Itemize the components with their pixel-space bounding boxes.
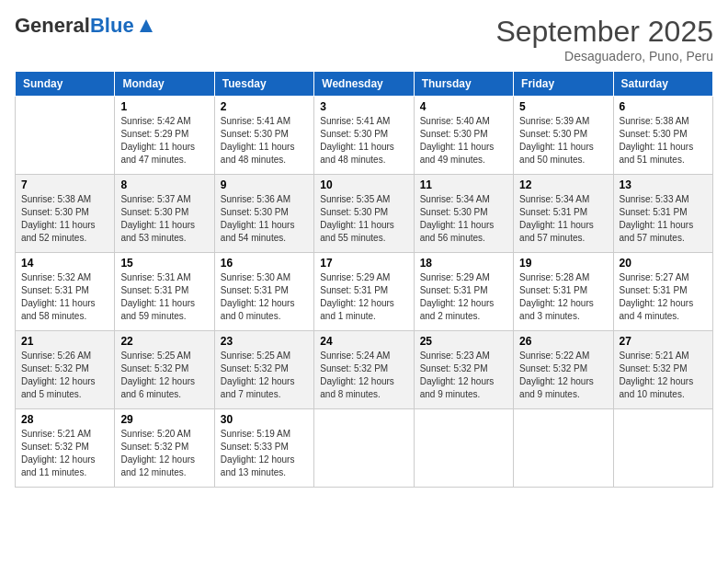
day-number: 12 [519, 178, 607, 191]
calendar-cell: 13Sunrise: 5:33 AM Sunset: 5:31 PM Dayli… [613, 175, 712, 253]
day-number: 22 [120, 335, 208, 348]
day-info: Sunrise: 5:28 AM Sunset: 5:31 PM Dayligh… [519, 271, 607, 323]
calendar-cell: 23Sunrise: 5:25 AM Sunset: 5:32 PM Dayli… [214, 331, 313, 409]
day-number: 20 [620, 257, 707, 270]
day-info: Sunrise: 5:31 AM Sunset: 5:31 PM Dayligh… [120, 271, 208, 323]
calendar-cell: 26Sunrise: 5:22 AM Sunset: 5:32 PM Dayli… [514, 331, 613, 409]
day-number: 19 [519, 257, 607, 270]
day-info: Sunrise: 5:23 AM Sunset: 5:32 PM Dayligh… [420, 350, 507, 401]
calendar-cell: 20Sunrise: 5:27 AM Sunset: 5:31 PM Dayli… [613, 253, 712, 331]
calendar-cell: 12Sunrise: 5:34 AM Sunset: 5:31 PM Dayli… [514, 175, 613, 253]
calendar-cell: 2Sunrise: 5:41 AM Sunset: 5:30 PM Daylig… [214, 97, 313, 175]
calendar-cell [414, 409, 513, 488]
day-info: Sunrise: 5:42 AM Sunset: 5:29 PM Dayligh… [120, 115, 208, 167]
calendar-cell: 4Sunrise: 5:40 AM Sunset: 5:30 PM Daylig… [414, 97, 513, 175]
calendar-cell: 8Sunrise: 5:37 AM Sunset: 5:30 PM Daylig… [115, 175, 214, 253]
day-number: 7 [21, 178, 108, 191]
day-number: 8 [120, 178, 208, 191]
calendar-cell: 11Sunrise: 5:34 AM Sunset: 5:30 PM Dayli… [414, 175, 513, 253]
day-info: Sunrise: 5:29 AM Sunset: 5:31 PM Dayligh… [320, 271, 407, 323]
day-info: Sunrise: 5:40 AM Sunset: 5:30 PM Dayligh… [420, 115, 507, 167]
weekday-header: Friday [514, 72, 613, 97]
day-info: Sunrise: 5:20 AM Sunset: 5:32 PM Dayligh… [120, 428, 208, 479]
calendar-cell: 10Sunrise: 5:35 AM Sunset: 5:30 PM Dayli… [314, 175, 414, 253]
day-info: Sunrise: 5:41 AM Sunset: 5:30 PM Dayligh… [320, 115, 407, 167]
day-info: Sunrise: 5:39 AM Sunset: 5:30 PM Dayligh… [519, 115, 607, 167]
weekday-header: Monday [115, 72, 214, 97]
weekday-header: Saturday [613, 72, 712, 97]
day-number: 25 [420, 335, 507, 348]
day-number: 16 [221, 257, 308, 270]
calendar-week-row: 1Sunrise: 5:42 AM Sunset: 5:29 PM Daylig… [16, 97, 713, 175]
calendar-week-row: 28Sunrise: 5:21 AM Sunset: 5:32 PM Dayli… [16, 409, 713, 488]
logo: GeneralBlue [15, 15, 156, 37]
day-info: Sunrise: 5:36 AM Sunset: 5:30 PM Dayligh… [221, 193, 308, 245]
day-info: Sunrise: 5:30 AM Sunset: 5:31 PM Dayligh… [221, 271, 308, 323]
calendar-cell: 19Sunrise: 5:28 AM Sunset: 5:31 PM Dayli… [514, 253, 613, 331]
day-number: 29 [120, 413, 208, 426]
calendar-cell: 3Sunrise: 5:41 AM Sunset: 5:30 PM Daylig… [314, 97, 414, 175]
calendar-cell: 21Sunrise: 5:26 AM Sunset: 5:32 PM Dayli… [16, 331, 115, 409]
calendar-cell [16, 97, 115, 175]
page-header: GeneralBlue September 2025 Desaguadero, … [15, 15, 713, 63]
calendar-cell: 30Sunrise: 5:19 AM Sunset: 5:33 PM Dayli… [214, 409, 313, 488]
weekday-header: Wednesday [314, 72, 414, 97]
logo-icon [136, 16, 156, 36]
day-info: Sunrise: 5:27 AM Sunset: 5:31 PM Dayligh… [620, 271, 707, 323]
calendar-cell: 22Sunrise: 5:25 AM Sunset: 5:32 PM Dayli… [115, 331, 214, 409]
day-info: Sunrise: 5:22 AM Sunset: 5:32 PM Dayligh… [519, 350, 607, 401]
day-info: Sunrise: 5:37 AM Sunset: 5:30 PM Dayligh… [120, 193, 208, 245]
calendar-cell: 27Sunrise: 5:21 AM Sunset: 5:32 PM Dayli… [613, 331, 712, 409]
weekday-header: Sunday [16, 72, 115, 97]
calendar-cell: 16Sunrise: 5:30 AM Sunset: 5:31 PM Dayli… [214, 253, 313, 331]
day-number: 13 [620, 178, 707, 191]
day-info: Sunrise: 5:32 AM Sunset: 5:31 PM Dayligh… [21, 271, 108, 323]
calendar-cell: 5Sunrise: 5:39 AM Sunset: 5:30 PM Daylig… [514, 97, 613, 175]
calendar-week-row: 14Sunrise: 5:32 AM Sunset: 5:31 PM Dayli… [16, 253, 713, 331]
day-number: 10 [320, 178, 407, 191]
day-number: 11 [420, 178, 507, 191]
day-info: Sunrise: 5:34 AM Sunset: 5:30 PM Dayligh… [420, 193, 507, 245]
calendar-cell [514, 409, 613, 488]
month-title: September 2025 [495, 15, 713, 49]
calendar-cell: 28Sunrise: 5:21 AM Sunset: 5:32 PM Dayli… [16, 409, 115, 488]
day-number: 1 [120, 100, 208, 113]
calendar-cell: 17Sunrise: 5:29 AM Sunset: 5:31 PM Dayli… [314, 253, 414, 331]
location: Desaguadero, Puno, Peru [495, 49, 713, 63]
day-info: Sunrise: 5:24 AM Sunset: 5:32 PM Dayligh… [320, 350, 407, 401]
calendar-cell: 9Sunrise: 5:36 AM Sunset: 5:30 PM Daylig… [214, 175, 313, 253]
calendar-cell: 29Sunrise: 5:20 AM Sunset: 5:32 PM Dayli… [115, 409, 214, 488]
calendar-cell: 6Sunrise: 5:38 AM Sunset: 5:30 PM Daylig… [613, 97, 712, 175]
day-number: 27 [620, 335, 707, 348]
day-number: 30 [221, 413, 308, 426]
day-number: 26 [519, 335, 607, 348]
day-number: 3 [320, 100, 407, 113]
day-info: Sunrise: 5:34 AM Sunset: 5:31 PM Dayligh… [519, 193, 607, 245]
logo-general: GeneralBlue [15, 15, 134, 37]
calendar-cell: 25Sunrise: 5:23 AM Sunset: 5:32 PM Dayli… [414, 331, 513, 409]
day-info: Sunrise: 5:29 AM Sunset: 5:31 PM Dayligh… [420, 271, 507, 323]
day-info: Sunrise: 5:19 AM Sunset: 5:33 PM Dayligh… [221, 428, 308, 479]
day-info: Sunrise: 5:41 AM Sunset: 5:30 PM Dayligh… [221, 115, 308, 167]
calendar-cell: 1Sunrise: 5:42 AM Sunset: 5:29 PM Daylig… [115, 97, 214, 175]
day-info: Sunrise: 5:25 AM Sunset: 5:32 PM Dayligh… [221, 350, 308, 401]
day-number: 24 [320, 335, 407, 348]
day-info: Sunrise: 5:26 AM Sunset: 5:32 PM Dayligh… [21, 350, 108, 401]
calendar-table: SundayMondayTuesdayWednesdayThursdayFrid… [15, 71, 713, 488]
day-number: 28 [21, 413, 108, 426]
day-number: 2 [221, 100, 308, 113]
svg-marker-0 [140, 19, 153, 32]
calendar-week-row: 7Sunrise: 5:38 AM Sunset: 5:30 PM Daylig… [16, 175, 713, 253]
day-number: 14 [21, 257, 108, 270]
day-info: Sunrise: 5:35 AM Sunset: 5:30 PM Dayligh… [320, 193, 407, 245]
day-info: Sunrise: 5:38 AM Sunset: 5:30 PM Dayligh… [21, 193, 108, 245]
calendar-cell: 18Sunrise: 5:29 AM Sunset: 5:31 PM Dayli… [414, 253, 513, 331]
day-number: 21 [21, 335, 108, 348]
day-number: 17 [320, 257, 407, 270]
day-info: Sunrise: 5:21 AM Sunset: 5:32 PM Dayligh… [21, 428, 108, 479]
day-info: Sunrise: 5:21 AM Sunset: 5:32 PM Dayligh… [620, 350, 707, 401]
day-number: 4 [420, 100, 507, 113]
day-info: Sunrise: 5:33 AM Sunset: 5:31 PM Dayligh… [620, 193, 707, 245]
day-number: 23 [221, 335, 308, 348]
calendar-cell: 7Sunrise: 5:38 AM Sunset: 5:30 PM Daylig… [16, 175, 115, 253]
